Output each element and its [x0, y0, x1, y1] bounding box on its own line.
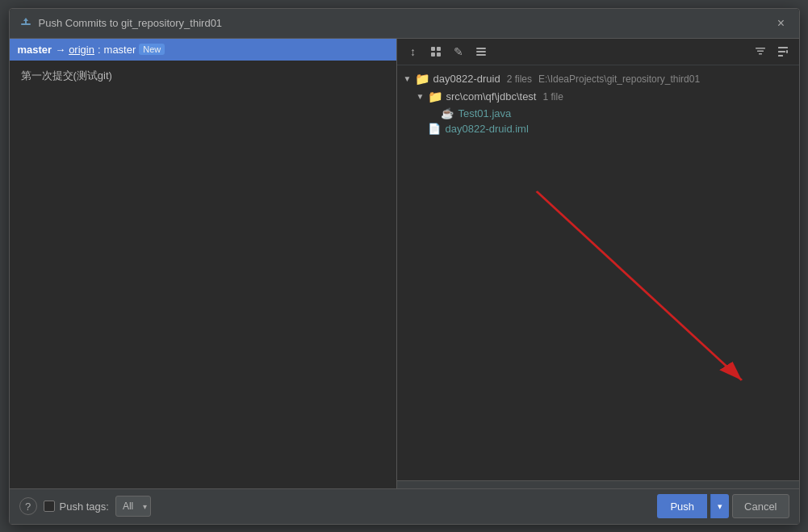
push-button[interactable]: Push [657, 494, 707, 518]
colon-label: : [98, 44, 101, 56]
src-folder-node: ▼ 📁 src\com\qf\jdbc\test 1 file [404, 88, 793, 106]
push-tags-checkbox: Push tags: [44, 501, 109, 513]
files-tree: ▼ 📁 day0822-druid 2 files E:\IdeaProject… [397, 65, 799, 480]
title-bar-left: Push Commits to git_repository_third01 [19, 17, 223, 30]
svg-rect-7 [476, 51, 486, 52]
right-toolbar: ↕ ✎ [397, 39, 799, 65]
svg-rect-8 [476, 48, 486, 49]
test-java-node: ☕ Test01.java [404, 106, 793, 121]
remote-branch-label: master [104, 44, 136, 56]
src-folder-name: src\com\qf\jdbc\test [446, 90, 537, 103]
horizontal-scrollbar[interactable] [397, 480, 799, 488]
toolbar-left: ↕ ✎ [404, 42, 491, 61]
svg-rect-9 [476, 54, 486, 56]
svg-rect-6 [437, 52, 441, 57]
push-tags-select[interactable]: All [115, 496, 151, 517]
test-java-link[interactable]: Test01.java [458, 107, 512, 119]
commit-item: 第一次提交(测试git) [10, 64, 396, 88]
push-tags-checkbox-box[interactable] [44, 501, 55, 512]
toolbar-right [751, 42, 793, 61]
src-meta: 1 file [542, 91, 563, 103]
root-chevron[interactable]: ▼ [404, 75, 412, 83]
iml-link[interactable]: day0822-druid.iml [446, 123, 529, 135]
root-folder-name: day0822-druid [433, 73, 500, 85]
cancel-button[interactable]: Cancel [732, 494, 789, 518]
svg-rect-4 [437, 47, 441, 51]
svg-rect-3 [431, 47, 435, 51]
svg-marker-2 [23, 18, 28, 21]
push-commits-dialog: Push Commits to git_repository_third01 ×… [9, 8, 800, 525]
root-files-count: 2 files [507, 73, 532, 85]
src-folder-icon: 📁 [428, 90, 443, 104]
java-file-icon: ☕ [441, 107, 454, 119]
grid-icon[interactable] [426, 42, 446, 61]
main-content: master → origin : master New 第一次提交(测试git… [10, 39, 799, 488]
right-panel: ↕ ✎ [397, 39, 799, 488]
svg-line-18 [536, 191, 741, 380]
src-chevron[interactable]: ▼ [417, 93, 425, 101]
push-dropdown-button[interactable]: ▾ [710, 494, 729, 518]
help-button[interactable]: ? [19, 497, 37, 515]
branch-row: master → origin : master New [10, 39, 396, 61]
commits-list: 第一次提交(测试git) [10, 61, 396, 488]
edit-icon[interactable]: ✎ [449, 42, 468, 61]
diff-icon[interactable] [471, 42, 491, 61]
left-panel: master → origin : master New 第一次提交(测试git… [10, 39, 397, 488]
arrow-label: → [55, 44, 65, 56]
tree-root-node: ▼ 📁 day0822-druid 2 files E:\IdeaProject… [404, 70, 793, 88]
iml-node: 📄 day0822-druid.iml [404, 121, 793, 136]
root-path: E:\IdeaProjects\git_repository_third01 [538, 73, 700, 85]
svg-rect-16 [786, 50, 788, 53]
svg-rect-11 [757, 50, 764, 52]
svg-rect-5 [431, 52, 435, 57]
title-bar: Push Commits to git_repository_third01 × [10, 9, 799, 39]
expand-icon[interactable]: ↕ [404, 42, 423, 61]
iml-file-icon: 📄 [428, 123, 441, 135]
push-tags-label: Push tags: [60, 501, 109, 513]
remote-origin-link[interactable]: origin [69, 44, 94, 56]
root-folder-icon: 📁 [415, 72, 430, 86]
svg-rect-14 [778, 51, 785, 52]
svg-rect-10 [756, 48, 765, 49]
push-tags-select-wrapper: All ▾ [115, 496, 151, 517]
new-badge: New [139, 44, 165, 55]
footer-right: Push ▾ Cancel [657, 494, 789, 518]
settings-icon[interactable] [773, 42, 793, 61]
dialog-title: Push Commits to git_repository_third01 [39, 17, 223, 29]
sort-icon[interactable] [751, 42, 770, 61]
svg-rect-15 [778, 55, 783, 57]
svg-rect-12 [759, 53, 762, 55]
footer-bar: ? Push tags: All ▾ Push ▾ Cancel [10, 488, 799, 524]
local-branch-label: master [18, 44, 52, 56]
footer-left: ? Push tags: All ▾ [19, 496, 151, 517]
close-button[interactable]: × [773, 15, 789, 31]
svg-rect-13 [778, 47, 788, 48]
git-push-icon [19, 17, 32, 30]
